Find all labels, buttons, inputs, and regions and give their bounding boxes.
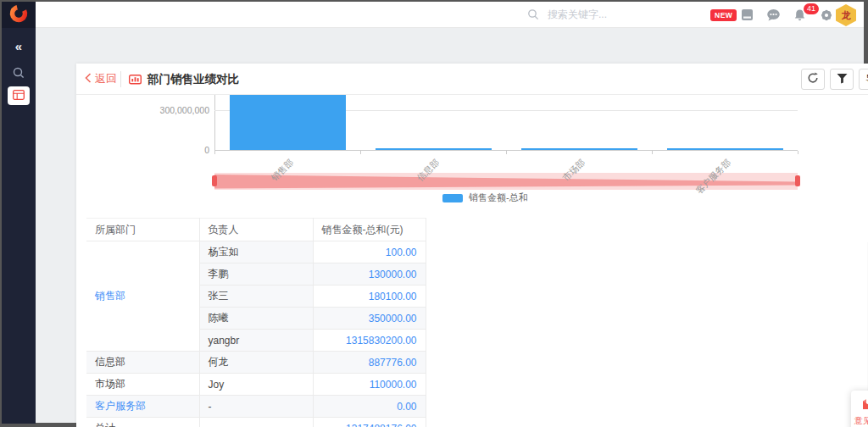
logo-c-icon	[8, 3, 29, 27]
amount-value[interactable]: 180100.00	[313, 286, 426, 308]
collapse-icon: «	[15, 39, 22, 53]
person-cell: 杨宝如	[199, 241, 313, 263]
amount-value[interactable]: 1315830200.00	[313, 330, 426, 352]
amount-value[interactable]: 887776.00	[313, 352, 426, 374]
sidebar-item-search[interactable]	[2, 66, 36, 83]
search-icon	[527, 8, 539, 24]
column-header: 销售金额-总和(元)	[313, 219, 426, 241]
table-row: 市场部Joy110000.00	[86, 374, 426, 396]
person-cell: Joy	[199, 374, 313, 396]
export-button[interactable]: 导出	[859, 69, 868, 90]
amount-value[interactable]: 130000.00	[313, 263, 426, 286]
amount-value[interactable]: 1317488176.00	[313, 418, 426, 427]
person-cell	[199, 418, 313, 427]
axis-tick	[360, 151, 361, 154]
back-chevron-icon	[85, 73, 92, 86]
datazoom-handle-right[interactable]	[795, 175, 800, 186]
table-row: 客户服务部-0.00	[86, 396, 426, 418]
summary-table: 所属部门负责人销售金额-总和(元) 销售部杨宝如100.00李鹏130000.0…	[86, 218, 426, 427]
axis-tick	[798, 151, 798, 154]
notification-count-badge: 41	[804, 3, 819, 14]
search-icon	[12, 66, 25, 83]
search-input[interactable]	[546, 6, 707, 23]
chart-bar[interactable]	[376, 148, 492, 150]
person-cell: 何龙	[199, 352, 313, 374]
person-cell: 陈曦	[199, 308, 313, 330]
chart-bar[interactable]	[667, 148, 783, 150]
filter-icon	[837, 73, 848, 86]
amount-value[interactable]: 100.00	[313, 241, 426, 263]
table-row: 总计1317488176.00	[86, 418, 426, 427]
column-header: 负责人	[199, 219, 313, 241]
app-window: « NEW	[0, 0, 868, 427]
gear-icon[interactable]	[820, 8, 833, 25]
report-card: 返回 部门销售业绩对比	[76, 64, 868, 427]
page-title: 部门销售业绩对比	[147, 72, 239, 87]
top-navbar: NEW 41 龙	[36, 2, 864, 28]
back-label: 返回	[95, 71, 117, 86]
person-cell: 李鹏	[199, 263, 313, 286]
legend-item[interactable]: 销售金额-总和	[442, 191, 528, 204]
report-icon	[129, 74, 142, 89]
new-badge[interactable]: NEW	[710, 9, 737, 21]
amount-value[interactable]: 350000.00	[313, 308, 426, 330]
filter-button[interactable]	[830, 69, 854, 90]
header-divider	[120, 71, 121, 87]
legend-swatch	[442, 194, 463, 202]
y-axis-label: 0	[125, 145, 209, 155]
page-background: 返回 部门销售业绩对比	[36, 28, 864, 423]
amount-value[interactable]: 110000.00	[313, 374, 426, 396]
y-axis-line	[214, 95, 215, 150]
person-cell: -	[199, 396, 313, 418]
column-header: 所属部门	[86, 219, 199, 241]
refresh-icon	[807, 72, 819, 86]
table-row: 信息部何龙887776.00	[86, 352, 426, 374]
table-row: 销售部杨宝如100.00	[86, 241, 426, 263]
chart-bar[interactable]	[521, 148, 637, 150]
chart-bar[interactable]	[230, 95, 346, 150]
back-button[interactable]: 返回	[85, 71, 117, 86]
envelope-icon	[851, 395, 868, 414]
sidebar-collapse-button[interactable]: «	[2, 39, 36, 53]
dept-cell: 总计	[86, 418, 199, 427]
person-cell: 张三	[199, 286, 313, 308]
notebook-icon[interactable]	[741, 8, 754, 25]
datazoom-handle-left[interactable]	[212, 175, 217, 186]
legend-label: 销售金额-总和	[469, 191, 528, 204]
avatar[interactable]: 龙	[836, 4, 856, 26]
report-active-icon	[13, 88, 25, 103]
feedback-label: 意见反馈	[851, 415, 868, 427]
axis-tick	[214, 151, 215, 154]
axis-tick	[652, 151, 653, 154]
person-cell: yangbr	[199, 330, 313, 352]
chat-icon[interactable]	[766, 8, 781, 25]
refresh-button[interactable]	[801, 69, 825, 90]
dept-link[interactable]: 客户服务部	[86, 396, 199, 418]
dept-cell: 信息部	[86, 352, 199, 374]
feedback-button[interactable]: 意见反馈	[851, 391, 868, 427]
y-axis-label: 300,000,000	[125, 105, 209, 115]
sidebar: «	[2, 2, 36, 424]
dept-cell: 市场部	[86, 374, 199, 396]
report-header: 返回 部门销售业绩对比	[76, 64, 868, 95]
sidebar-item-report-active[interactable]	[8, 86, 30, 105]
app-logo[interactable]	[2, 2, 36, 28]
axis-tick	[506, 151, 507, 154]
amount-value[interactable]: 0.00	[313, 396, 426, 418]
dept-link[interactable]: 销售部	[86, 241, 199, 352]
